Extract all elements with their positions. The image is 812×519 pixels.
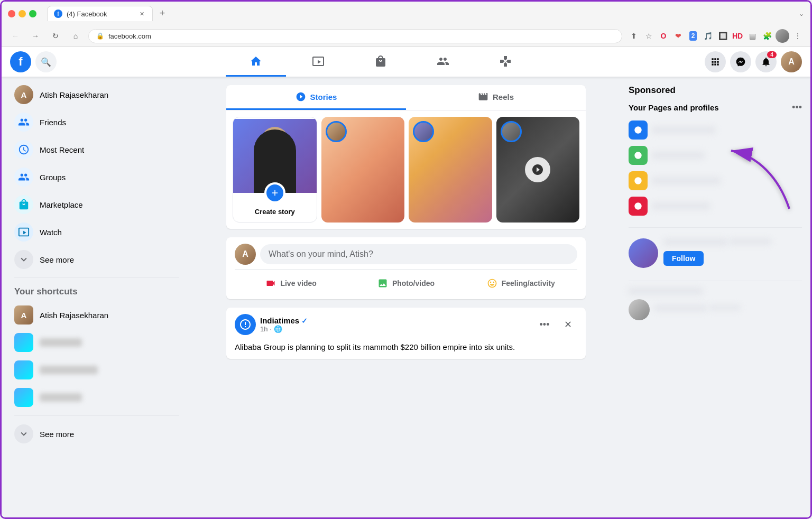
browser-menu-btn[interactable]: ⋮: [791, 30, 804, 42]
back-btn[interactable]: ←: [8, 29, 23, 43]
post-create-card: A What's on your mind, Atish? Live video: [226, 237, 586, 299]
post-more-btn[interactable]: •••: [535, 315, 554, 334]
create-story-img: [233, 119, 317, 193]
groups-label: Groups: [40, 173, 66, 182]
shortcut-label-1: Atish Rajasekharan: [40, 311, 108, 320]
feeling-activity-btn[interactable]: Feeling/activity: [465, 274, 577, 293]
main-content: A Atish Rajasekharan Friends: [2, 77, 810, 518]
shortcut-icon-2: [14, 333, 33, 352]
ext4-icon[interactable]: HD: [731, 30, 744, 42]
stories-tab[interactable]: Stories: [226, 85, 406, 110]
stories-tab-label: Stories: [310, 92, 337, 101]
close-window-btn[interactable]: [8, 10, 15, 17]
nav-item-groups[interactable]: [413, 47, 473, 77]
messenger-btn[interactable]: [730, 51, 751, 72]
ext1-icon[interactable]: 2: [687, 30, 699, 42]
sidebar-see-more-bottom[interactable]: See more: [8, 420, 186, 448]
shortcut-3[interactable]: ████████████: [8, 356, 186, 384]
create-story-label: Create story: [255, 208, 295, 216]
story-avatar-2: [413, 121, 434, 142]
reels-tab-label: Reels: [493, 92, 514, 101]
browser-profile-avatar[interactable]: [776, 29, 789, 43]
create-plus-icon: [264, 182, 285, 203]
verified-badge: ✓: [301, 317, 308, 325]
maximize-window-btn[interactable]: [29, 10, 36, 17]
share-btn[interactable]: ⬆: [628, 30, 640, 42]
create-story-item[interactable]: Create story: [233, 117, 317, 223]
friends-icon: [14, 113, 33, 132]
shortcut-atish[interactable]: A Atish Rajasekharan: [8, 301, 186, 329]
page-item-3[interactable]: [629, 168, 802, 193]
window-chevron[interactable]: ⌄: [799, 10, 804, 17]
address-bar[interactable]: 🔒 facebook.com: [88, 29, 622, 43]
post-input[interactable]: What's on your mind, Atish?: [260, 244, 577, 264]
minimize-window-btn[interactable]: [19, 10, 26, 17]
post-close-btn[interactable]: ✕: [558, 315, 577, 334]
story-item-2[interactable]: [409, 117, 492, 223]
post-placeholder: What's on your mind, Atish?: [269, 249, 373, 258]
search-btn[interactable]: 🔍: [35, 51, 57, 72]
puzzle-icon[interactable]: 🧩: [761, 30, 773, 42]
shortcut-icon-4: [14, 388, 33, 407]
page-icon-2: [629, 146, 648, 165]
sidebar-item-see-more[interactable]: See more: [8, 246, 186, 273]
profile-name: Atish Rajasekharan: [40, 90, 108, 99]
sidebar-item-watch[interactable]: Watch: [8, 218, 186, 246]
fb-logo[interactable]: f: [10, 51, 31, 72]
active-tab[interactable]: f (4) Facebook ✕: [47, 6, 153, 21]
user-profile-btn[interactable]: A: [781, 51, 802, 72]
tab-title: (4) Facebook: [67, 10, 133, 18]
notifications-btn[interactable]: 4: [755, 51, 777, 72]
ad2-name: [654, 305, 707, 311]
sidebar-profile[interactable]: A Atish Rajasekharan: [8, 81, 186, 108]
news-post-card: Indiatimes ✓ 1h · 🌐 ••• ✕ Alibaba Group …: [226, 308, 586, 359]
photo-video-btn[interactable]: Photo/video: [349, 274, 462, 293]
ad-follow-btn[interactable]: Follow: [663, 251, 704, 266]
forward-btn[interactable]: →: [28, 29, 43, 43]
reels-tab[interactable]: Reels: [406, 85, 586, 110]
shortcuts-title: Your shortcuts: [8, 282, 186, 301]
home-btn[interactable]: ⌂: [68, 29, 83, 43]
shortcut-2[interactable]: ████████: [8, 329, 186, 356]
most-recent-label: Most Recent: [40, 145, 84, 154]
pages-profiles-header: Your Pages and profiles •••: [629, 102, 802, 113]
page-icon-4: [629, 197, 648, 216]
nav-item-marketplace[interactable]: [350, 47, 411, 77]
facebook-app: f 🔍: [2, 47, 810, 518]
pocket-icon[interactable]: ❤: [672, 30, 685, 42]
star-btn[interactable]: ☆: [642, 30, 655, 42]
sidebar-item-marketplace[interactable]: Marketplace: [8, 191, 186, 218]
sidebar-item-friends[interactable]: Friends: [8, 108, 186, 136]
tab-close-btn[interactable]: ✕: [137, 10, 146, 18]
shortcut-4[interactable]: ████████: [8, 384, 186, 411]
watch-label: Watch: [40, 228, 62, 237]
ext2-icon[interactable]: 🎵: [702, 30, 714, 42]
ad2-title: [629, 288, 703, 295]
divider-1: [14, 277, 179, 278]
sidebar-btn[interactable]: ▤: [746, 30, 759, 42]
new-tab-btn[interactable]: +: [155, 6, 170, 21]
opera-icon[interactable]: O: [657, 30, 670, 42]
page-item-4[interactable]: [629, 193, 802, 219]
sidebar-item-most-recent[interactable]: Most Recent: [8, 136, 186, 163]
story-avatar-1: [326, 121, 347, 142]
apps-btn[interactable]: [705, 51, 726, 72]
post-meta: 1h · 🌐: [260, 325, 531, 333]
page-item-1[interactable]: [629, 117, 802, 143]
live-video-btn[interactable]: Live video: [235, 274, 347, 293]
nav-right: 4 A: [705, 51, 802, 72]
post-source-info: Indiatimes ✓ 1h · 🌐: [260, 316, 531, 333]
sidebar-item-groups[interactable]: Groups: [8, 163, 186, 191]
story-item-1[interactable]: [321, 117, 405, 223]
pages-more-options-btn[interactable]: •••: [792, 102, 802, 113]
see-more-bottom-icon: [14, 424, 33, 443]
story-item-3[interactable]: [496, 117, 580, 223]
page-item-2[interactable]: [629, 143, 802, 168]
nav-item-watch[interactable]: [288, 47, 348, 77]
see-more-label: See more: [40, 255, 74, 264]
tab-bar: f (4) Facebook ✕ +: [41, 6, 795, 21]
ext3-icon[interactable]: 🔲: [716, 30, 729, 42]
nav-item-gaming[interactable]: [475, 47, 536, 77]
refresh-btn[interactable]: ↻: [48, 29, 63, 43]
nav-item-home[interactable]: [226, 47, 286, 77]
